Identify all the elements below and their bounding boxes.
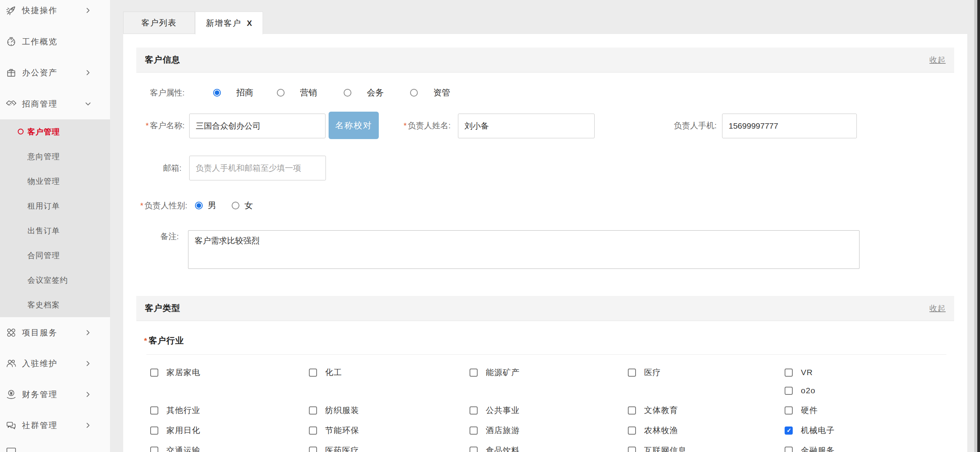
checkbox-icon[interactable] [628, 427, 636, 435]
sidebar-subitem[interactable]: 物业管理 [0, 169, 110, 194]
radio-option-huiwu[interactable]: 会务 [344, 87, 384, 99]
remark-textarea[interactable]: 客户需求比较强烈 [188, 230, 860, 269]
sidebar-subitem[interactable]: 合同管理 [0, 243, 110, 268]
sidebar-subitem[interactable]: 租用订单 [0, 194, 110, 218]
industry-checkbox-item[interactable]: 家用日化 [150, 426, 200, 435]
industry-label: 文体教育 [644, 405, 678, 416]
industry-checkbox-item[interactable]: 节能环保 [309, 426, 359, 435]
checkbox-icon[interactable] [309, 447, 317, 452]
name-check-button[interactable]: 名称校对 [329, 112, 379, 139]
email-input[interactable] [189, 156, 326, 180]
chevron-right-icon [84, 390, 92, 399]
owner-name-input[interactable] [458, 114, 595, 138]
customer-name-label: *客户名称: [139, 120, 185, 131]
sidebar-item-quick-actions[interactable]: 快捷操作 [0, 0, 110, 26]
industry-checkbox-item[interactable]: 酒店旅游 [470, 426, 520, 435]
checkbox-icon[interactable] [785, 447, 793, 452]
industry-checkbox-item[interactable]: o2o [785, 386, 816, 395]
radio-checked-icon[interactable] [195, 202, 203, 209]
radio-option-female[interactable]: 女 [232, 200, 253, 211]
radio-option-ziguan[interactable]: 资管 [410, 87, 450, 99]
industry-checkbox-item[interactable]: 其他行业 [150, 406, 200, 415]
checkbox-icon[interactable] [785, 387, 793, 395]
sidebar-subitem[interactable]: 客史档案 [0, 292, 110, 317]
checkbox-icon[interactable] [470, 427, 478, 435]
industry-checkbox-item[interactable]: 纺织服装 [309, 406, 359, 415]
sidebar-item-community-management[interactable]: 社群管理 [0, 410, 110, 441]
sidebar-item-finance-management[interactable]: 财务管理 [0, 379, 110, 410]
checkbox-icon[interactable] [150, 427, 158, 435]
scrollbar-track[interactable] [974, 0, 977, 452]
required-asterisk: * [140, 201, 143, 210]
sidebar-subitem-label: 客史档案 [27, 300, 60, 310]
checkbox-icon[interactable] [628, 369, 636, 377]
industry-label: 酒店旅游 [486, 425, 520, 436]
sidebar-subitem[interactable]: 意向管理 [0, 144, 110, 169]
radio-icon[interactable] [277, 89, 285, 97]
industry-checkbox-item[interactable]: VR [785, 368, 813, 377]
industry-checkbox-item[interactable]: 交通运输 [150, 446, 200, 452]
close-icon[interactable]: X [247, 19, 252, 28]
owner-phone-label: 负责人手机: [668, 120, 717, 131]
industry-label: VR [801, 368, 813, 377]
checkbox-checked-icon[interactable] [785, 427, 793, 435]
radio-icon[interactable] [410, 89, 418, 97]
radio-icon[interactable] [344, 89, 351, 97]
radio-icon[interactable] [232, 202, 239, 209]
sidebar-subitem[interactable]: 出售订单 [0, 218, 110, 243]
industry-label: 纺织服装 [325, 405, 359, 416]
tab-new-customer[interactable]: 新增客户 X [195, 12, 263, 34]
required-asterisk: * [404, 121, 407, 130]
industry-checkbox-item[interactable]: 农林牧渔 [628, 426, 678, 435]
checkbox-icon[interactable] [785, 406, 793, 415]
industry-checkbox-item[interactable]: 机械电子 [785, 426, 835, 435]
industry-checkbox-item[interactable]: 能源矿产 [470, 368, 520, 377]
checkbox-icon[interactable] [150, 406, 158, 415]
industry-checkbox-item[interactable]: 硬件 [785, 406, 818, 415]
checkbox-icon[interactable] [150, 447, 158, 452]
customer-name-input[interactable] [189, 114, 326, 138]
industry-label: 交通运输 [166, 445, 200, 452]
radio-option-male[interactable]: 男 [195, 200, 216, 211]
radio-checked-icon[interactable] [213, 89, 221, 97]
sidebar-subitem[interactable]: 会议室签约 [0, 268, 110, 292]
sidebar-subitem-label: 物业管理 [27, 176, 60, 187]
collapse-link[interactable]: 收起 [929, 55, 946, 65]
radio-option-yingxiao[interactable]: 营销 [277, 87, 317, 99]
industry-checkbox-item[interactable]: 化工 [309, 368, 342, 377]
industry-checkbox-item[interactable]: 医药医疗 [309, 446, 359, 452]
checkbox-icon[interactable] [470, 406, 478, 415]
radio-option-zhaoshang[interactable]: 招商 [213, 87, 253, 99]
industry-checkbox-item[interactable]: 医疗 [628, 368, 661, 377]
section-title: 客户类型 [145, 302, 180, 314]
owner-phone-input[interactable] [722, 114, 857, 138]
tab-customer-list[interactable]: 客户列表 [123, 12, 195, 34]
collapse-link[interactable]: 收起 [929, 303, 946, 314]
industry-checkbox-item[interactable]: 食品饮料 [470, 446, 520, 452]
sidebar-item-project-services[interactable]: 项目服务 [0, 317, 110, 348]
industry-checkbox-item[interactable]: 公共事业 [470, 406, 520, 415]
checkbox-icon[interactable] [150, 369, 158, 377]
industry-checkbox-item[interactable]: 互联网信息 [628, 446, 687, 452]
checkbox-icon[interactable] [628, 447, 636, 452]
industry-label: 互联网信息 [644, 445, 687, 452]
checkbox-icon[interactable] [309, 427, 317, 435]
divider [146, 354, 946, 355]
checkbox-icon[interactable] [628, 406, 636, 415]
checkbox-icon[interactable] [309, 406, 317, 415]
checkbox-icon[interactable] [470, 369, 478, 377]
sidebar-item-office-assets[interactable]: 办公资产 [0, 57, 110, 88]
industry-checkbox-item[interactable]: 文体教育 [628, 406, 678, 415]
customer-industry-label: *客户行业 [144, 335, 184, 347]
checkbox-icon[interactable] [309, 369, 317, 377]
sidebar-submenu: 客户管理意向管理物业管理租用订单出售订单合同管理会议室签约客史档案 [0, 119, 110, 317]
industry-label: 其他行业 [166, 405, 200, 416]
checkbox-icon[interactable] [470, 447, 478, 452]
sidebar-subitem[interactable]: 客户管理 [0, 119, 110, 144]
sidebar-item-tenant-maintenance[interactable]: 入驻维护 [0, 348, 110, 379]
industry-checkbox-item[interactable]: 家居家电 [150, 368, 200, 377]
sidebar-item-work-overview[interactable]: 工作概览 [0, 26, 110, 57]
checkbox-icon[interactable] [785, 369, 793, 377]
industry-checkbox-item[interactable]: 金融服务 [785, 446, 835, 452]
sidebar-item-investment-management[interactable]: 招商管理 [0, 88, 110, 119]
